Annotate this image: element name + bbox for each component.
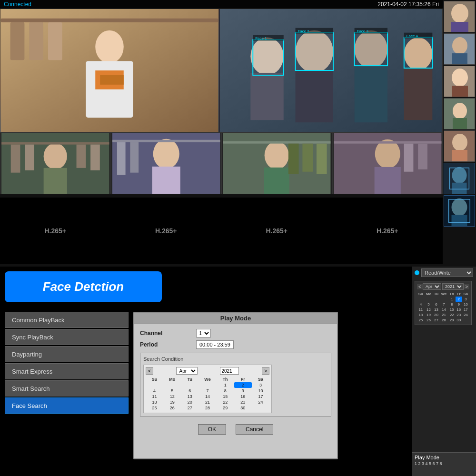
face-thumb-2[interactable] xyxy=(444,33,475,65)
cal-year-input[interactable] xyxy=(220,367,239,375)
cal-day[interactable]: 8 xyxy=(217,388,234,394)
read-write-select[interactable]: Read/Write xyxy=(421,268,473,277)
cal-day[interactable]: 25 xyxy=(146,405,163,411)
cal-day[interactable]: 22 xyxy=(217,399,234,405)
menu-item-face-search[interactable]: Face Search xyxy=(5,397,129,414)
cal-next-button[interactable]: > xyxy=(262,367,269,375)
face-thumb-5[interactable] xyxy=(444,130,475,162)
rcal-day[interactable]: 13 xyxy=(433,307,439,312)
cal-day[interactable]: 28 xyxy=(198,405,216,411)
cal-day[interactable]: 16 xyxy=(234,394,252,399)
rcal-day[interactable]: 11 xyxy=(417,307,425,312)
cal-day[interactable]: 12 xyxy=(163,394,181,399)
rcal-day[interactable]: 3 xyxy=(462,297,469,302)
cal-day[interactable] xyxy=(181,382,198,388)
rcal-day[interactable]: 18 xyxy=(417,312,425,317)
rcal-day[interactable]: 19 xyxy=(425,312,433,317)
rcal-day[interactable]: 5 xyxy=(425,302,433,307)
cal-day[interactable] xyxy=(163,382,181,388)
cal-day[interactable]: 5 xyxy=(163,388,181,394)
cal-day[interactable]: 13 xyxy=(181,394,198,399)
cal-day[interactable] xyxy=(198,382,216,388)
cal-day[interactable]: 26 xyxy=(163,405,181,411)
cal-day-today[interactable]: 2 xyxy=(234,382,252,388)
cal-day[interactable]: 6 xyxy=(181,388,198,394)
rcal-day[interactable] xyxy=(425,297,433,302)
cancel-button[interactable]: Cancel xyxy=(236,424,273,435)
rcal-day[interactable] xyxy=(433,297,439,302)
rcal-day[interactable]: 9 xyxy=(456,302,462,307)
cal-day[interactable]: 7 xyxy=(198,388,216,394)
cal-day[interactable] xyxy=(252,405,269,411)
rcal-day[interactable]: 7 xyxy=(440,302,448,307)
menu-item-sync-playback[interactable]: Sync PlayBack xyxy=(5,329,129,345)
menu-item-dayparting[interactable]: Dayparting xyxy=(5,346,129,362)
rcal-day[interactable]: 15 xyxy=(448,307,456,312)
rcal-day[interactable]: 4 xyxy=(417,302,425,307)
channel-select[interactable]: 1 2 3 4 xyxy=(196,329,211,337)
svg-rect-43 xyxy=(130,142,139,173)
rcal-day[interactable]: 28 xyxy=(440,317,448,323)
cal-day[interactable]: 18 xyxy=(146,399,163,405)
rcal-day[interactable]: 8 xyxy=(448,302,456,307)
cal-day[interactable]: 29 xyxy=(217,405,234,411)
rcal-day[interactable]: 6 xyxy=(433,302,439,307)
video-cell-retail xyxy=(0,9,219,132)
right-cal-prev[interactable]: < xyxy=(417,284,423,289)
rcal-day[interactable]: 1 xyxy=(448,297,456,302)
cal-day[interactable]: 23 xyxy=(234,399,252,405)
cal-day[interactable]: 1 xyxy=(217,382,234,388)
ok-button[interactable]: OK xyxy=(198,424,226,435)
rcal-day[interactable]: 25 xyxy=(417,317,425,323)
rcal-day[interactable]: 30 xyxy=(456,317,462,323)
right-cal-month-select[interactable]: Apr xyxy=(423,283,441,290)
radio-read-write[interactable] xyxy=(415,270,419,275)
cal-day[interactable]: 11 xyxy=(146,394,163,399)
cal-prev-button[interactable]: < xyxy=(146,367,153,375)
cal-day[interactable]: 10 xyxy=(252,388,269,394)
video-grid-bottom xyxy=(0,132,443,194)
menu-item-common-playback[interactable]: Common PlayBack xyxy=(5,312,129,328)
rcal-day[interactable]: 22 xyxy=(448,312,456,317)
rcal-day[interactable]: 26 xyxy=(425,317,433,323)
rcal-day[interactable]: 29 xyxy=(448,317,456,323)
rcal-day[interactable]: 14 xyxy=(440,307,448,312)
rcal-day[interactable]: 17 xyxy=(462,307,469,312)
right-cal-next[interactable]: > xyxy=(464,284,469,289)
face-thumb-1[interactable] xyxy=(444,1,475,32)
rcal-day[interactable] xyxy=(462,317,469,323)
svg-rect-68 xyxy=(453,118,467,129)
rcal-day[interactable]: 16 xyxy=(456,307,462,312)
cal-day[interactable]: 30 xyxy=(234,405,252,411)
cal-day[interactable] xyxy=(146,382,163,388)
rcal-day[interactable]: 21 xyxy=(440,312,448,317)
rcal-day[interactable]: 24 xyxy=(462,312,469,317)
face-thumb-blue-2[interactable] xyxy=(444,195,475,227)
cal-day[interactable]: 15 xyxy=(217,394,234,399)
rcal-day[interactable] xyxy=(440,297,448,302)
rcal-day-today[interactable]: 2 xyxy=(456,297,462,302)
cal-day[interactable]: 20 xyxy=(181,399,198,405)
cal-month-select[interactable]: Apr Jan Feb Mar May xyxy=(176,367,198,375)
cal-day[interactable]: 17 xyxy=(252,394,269,399)
rcal-day[interactable] xyxy=(417,297,425,302)
rcal-day[interactable]: 23 xyxy=(456,312,462,317)
face-thumb-blue-1[interactable] xyxy=(444,163,475,194)
menu-item-smart-express[interactable]: Smart Express xyxy=(5,363,129,379)
cal-day[interactable]: 4 xyxy=(146,388,163,394)
cal-day[interactable]: 14 xyxy=(198,394,216,399)
rcal-day[interactable]: 12 xyxy=(425,307,433,312)
face-thumb-3[interactable] xyxy=(444,66,475,97)
rcal-day[interactable]: 20 xyxy=(433,312,439,317)
cal-day[interactable]: 19 xyxy=(163,399,181,405)
right-cal-year-select[interactable]: 2021 xyxy=(442,283,464,290)
rcal-day[interactable]: 27 xyxy=(433,317,439,323)
cal-day[interactable]: 21 xyxy=(198,399,216,405)
cal-day[interactable]: 24 xyxy=(252,399,269,405)
cal-day[interactable]: 27 xyxy=(181,405,198,411)
face-thumb-4[interactable] xyxy=(444,98,475,129)
cal-day[interactable]: 9 xyxy=(234,388,252,394)
cal-day[interactable]: 3 xyxy=(252,382,269,388)
menu-item-smart-search[interactable]: Smart Search xyxy=(5,380,129,397)
rcal-day[interactable]: 10 xyxy=(462,302,469,307)
